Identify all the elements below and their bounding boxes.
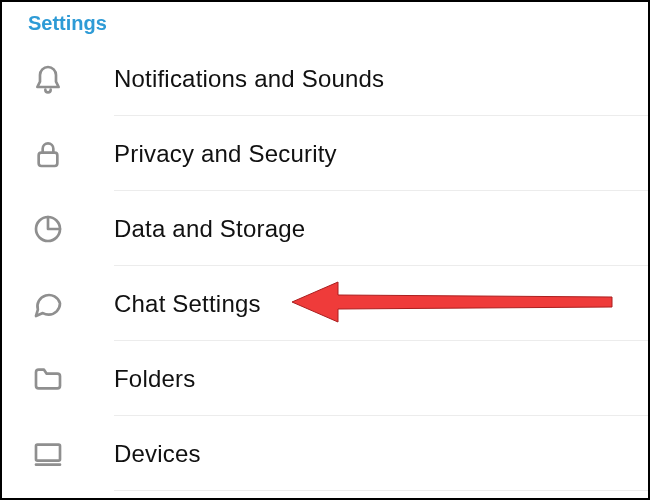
settings-item-label: Devices	[114, 440, 201, 468]
settings-screen: Settings Notifications and Sounds Privac…	[0, 0, 650, 500]
lock-icon	[32, 138, 114, 170]
settings-item-label: Notifications and Sounds	[114, 65, 384, 93]
settings-item-notifications[interactable]: Notifications and Sounds	[2, 41, 648, 116]
chat-icon	[32, 288, 114, 320]
settings-item-devices[interactable]: Devices	[2, 416, 648, 491]
settings-item-folders[interactable]: Folders	[2, 341, 648, 416]
section-title: Settings	[2, 2, 648, 41]
settings-item-data[interactable]: Data and Storage	[2, 191, 648, 266]
device-icon	[32, 438, 114, 470]
svg-rect-2	[36, 444, 60, 460]
settings-item-chat[interactable]: Chat Settings	[2, 266, 648, 341]
folder-icon	[32, 363, 114, 395]
settings-list: Notifications and Sounds Privacy and Sec…	[2, 41, 648, 491]
pie-icon	[32, 213, 114, 245]
divider	[114, 490, 648, 491]
settings-item-label: Chat Settings	[114, 290, 261, 318]
settings-item-privacy[interactable]: Privacy and Security	[2, 116, 648, 191]
settings-item-label: Folders	[114, 365, 195, 393]
settings-item-label: Data and Storage	[114, 215, 305, 243]
bell-icon	[32, 63, 114, 95]
svg-rect-0	[39, 152, 58, 165]
settings-item-label: Privacy and Security	[114, 140, 337, 168]
